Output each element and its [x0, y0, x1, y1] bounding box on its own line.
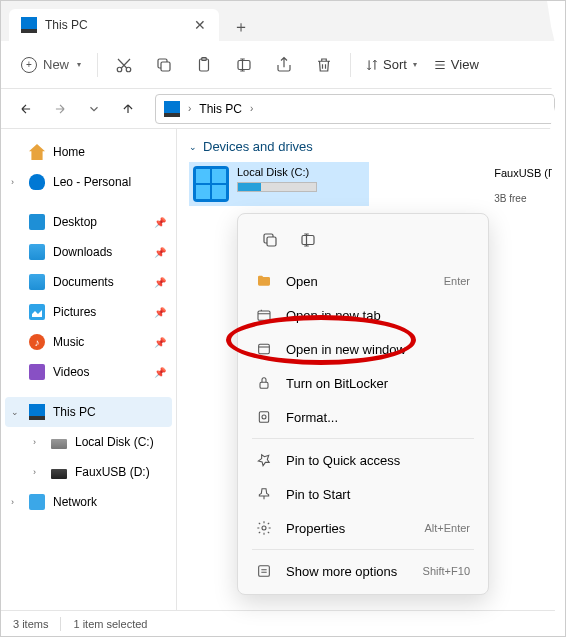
pin-icon: 📌 — [154, 337, 166, 348]
chevron-down-icon[interactable] — [79, 94, 109, 124]
sidebar-item-videos[interactable]: Videos 📌 — [5, 357, 172, 387]
nav-bar: › This PC › — [1, 89, 565, 129]
share-button[interactable] — [266, 47, 302, 83]
svg-point-13 — [262, 526, 266, 530]
menu-open-window[interactable]: Open in new window — [244, 332, 482, 366]
plus-icon: + — [21, 57, 37, 73]
sidebar-item-drive-c[interactable]: › Local Disk (C:) — [5, 427, 172, 457]
svg-point-0 — [117, 67, 122, 72]
properties-icon — [256, 520, 272, 536]
delete-button[interactable] — [306, 47, 342, 83]
sidebar-label: Desktop — [53, 215, 146, 229]
sort-icon — [365, 58, 379, 72]
sidebar-item-network[interactable]: › Network — [5, 487, 172, 517]
svg-rect-5 — [238, 60, 250, 69]
lock-icon — [256, 375, 272, 391]
drive-name: Local Disk (C:) — [237, 166, 365, 178]
sidebar-item-pictures[interactable]: Pictures 📌 — [5, 297, 172, 327]
window-icon — [256, 341, 272, 357]
drive-c[interactable]: Local Disk (C:) — [189, 162, 369, 206]
breadcrumb-location[interactable]: This PC — [199, 102, 242, 116]
drive-icon — [51, 439, 67, 449]
network-icon — [29, 494, 45, 510]
menu-properties[interactable]: Properties Alt+Enter — [244, 511, 482, 545]
up-button[interactable] — [113, 94, 143, 124]
menu-label: Pin to Quick access — [286, 453, 470, 468]
menu-label: Open in new window — [286, 342, 470, 357]
sidebar-label: Leo - Personal — [53, 175, 166, 189]
chevron-down-icon: ⌄ — [11, 407, 21, 417]
onedrive-icon — [29, 174, 45, 190]
sidebar-item-home[interactable]: Home — [5, 137, 172, 167]
folder-icon — [256, 273, 272, 289]
pictures-icon — [29, 304, 45, 320]
view-label: View — [451, 57, 479, 72]
more-icon — [256, 563, 272, 579]
drive-d[interactable]: FauxUSB (D: 3B free — [494, 167, 559, 204]
chevron-right-icon: › — [188, 103, 191, 114]
new-button[interactable]: + New ▾ — [13, 53, 89, 77]
pin-icon: 📌 — [154, 307, 166, 318]
status-items: 3 items — [13, 618, 48, 630]
sidebar-item-documents[interactable]: Documents 📌 — [5, 267, 172, 297]
new-label: New — [43, 57, 69, 72]
sidebar-label: Pictures — [53, 305, 146, 319]
svg-rect-8 — [258, 311, 270, 320]
menu-open[interactable]: Open Enter — [244, 264, 482, 298]
forward-button[interactable] — [45, 94, 75, 124]
pc-icon — [164, 101, 180, 117]
pin-icon — [256, 452, 272, 468]
menu-label: Format... — [286, 410, 470, 425]
downloads-icon — [29, 244, 45, 260]
music-icon — [29, 334, 45, 350]
sidebar-label: This PC — [53, 405, 166, 419]
chevron-right-icon: › — [11, 497, 21, 507]
breadcrumb[interactable]: › This PC › — [155, 94, 555, 124]
sidebar-label: Local Disk (C:) — [75, 435, 166, 449]
menu-more[interactable]: Show more options Shift+F10 — [244, 554, 482, 588]
rename-button[interactable] — [290, 224, 326, 256]
drive-usage-bar — [237, 182, 317, 192]
cut-button[interactable] — [106, 47, 142, 83]
menu-pin-start[interactable]: Pin to Start — [244, 477, 482, 511]
chevron-right-icon: › — [33, 437, 43, 447]
sidebar-item-downloads[interactable]: Downloads 📌 — [5, 237, 172, 267]
svg-rect-9 — [259, 344, 270, 353]
sidebar-item-this-pc[interactable]: ⌄ This PC — [5, 397, 172, 427]
desktop-icon — [29, 214, 45, 230]
status-selected: 1 item selected — [73, 618, 147, 630]
sidebar-item-drive-d[interactable]: › FauxUSB (D:) — [5, 457, 172, 487]
svg-rect-14 — [259, 566, 270, 577]
menu-label: Open — [286, 274, 430, 289]
status-bar: 3 items 1 item selected — [1, 610, 565, 636]
home-icon — [29, 144, 45, 160]
pc-icon — [29, 404, 45, 420]
new-tab-button[interactable]: ＋ — [227, 13, 255, 41]
sidebar-item-onedrive[interactable]: › Leo - Personal — [5, 167, 172, 197]
svg-point-12 — [262, 415, 266, 419]
svg-point-1 — [126, 67, 131, 72]
menu-bitlocker[interactable]: Turn on BitLocker — [244, 366, 482, 400]
paste-button[interactable] — [186, 47, 222, 83]
close-icon[interactable]: ✕ — [193, 18, 207, 32]
tab[interactable]: This PC ✕ — [9, 9, 219, 41]
menu-pin-quick[interactable]: Pin to Quick access — [244, 443, 482, 477]
chevron-down-icon: ⌄ — [189, 142, 197, 152]
sort-button[interactable]: Sort ▾ — [359, 57, 423, 72]
view-icon — [433, 58, 447, 72]
rename-button[interactable] — [226, 47, 262, 83]
section-header[interactable]: ⌄ Devices and drives — [189, 139, 553, 154]
usb-icon — [51, 469, 67, 479]
sidebar-item-desktop[interactable]: Desktop 📌 — [5, 207, 172, 237]
menu-open-tab[interactable]: Open in new tab — [244, 298, 482, 332]
svg-rect-11 — [259, 412, 268, 423]
sidebar-item-music[interactable]: Music 📌 — [5, 327, 172, 357]
menu-label: Open in new tab — [286, 308, 470, 323]
sidebar-label: Home — [53, 145, 166, 159]
view-button[interactable]: View — [427, 57, 485, 72]
back-button[interactable] — [11, 94, 41, 124]
menu-format[interactable]: Format... — [244, 400, 482, 434]
copy-button[interactable] — [252, 224, 288, 256]
pin-icon: 📌 — [154, 277, 166, 288]
copy-button[interactable] — [146, 47, 182, 83]
